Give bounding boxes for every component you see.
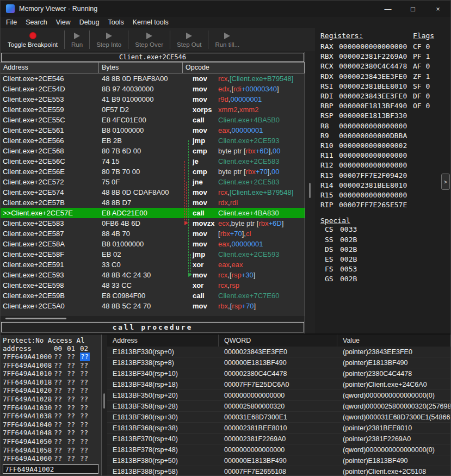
segment-register-row[interactable]: FS0053	[320, 264, 448, 274]
memory-byte[interactable]: ??	[80, 386, 93, 395]
memory-byte-selected[interactable]: ??	[80, 353, 90, 361]
toolbar-button-run-till[interactable]: Run till...	[210, 28, 244, 52]
register-row[interactable]: RCX000002380C4C4478AF 0	[320, 61, 448, 71]
stack-row[interactable]: E1813BF370(rsp+40)000002381F2269A0(point…	[107, 434, 450, 444]
memory-byte[interactable]: ??	[80, 369, 93, 378]
memory-row[interactable]: 7FF649A41028??????	[3, 395, 101, 404]
memory-byte[interactable]: ??	[67, 454, 80, 463]
column-header-bytes[interactable]: Bytes	[99, 63, 183, 73]
toolbar-button-step-into[interactable]: Step Into	[91, 28, 126, 52]
stack-row[interactable]: E1813BF368(rsp+38)000002381BEE8010(point…	[107, 423, 450, 434]
register-row[interactable]: R14000002381BEE8010	[320, 181, 448, 190]
memory-byte[interactable]: ??	[54, 353, 67, 361]
disasm-row[interactable]: Client.exe+2CE54648 8B 0D FBAF8A00movrcx…	[1, 73, 305, 84]
disasm-row[interactable]: Client.exe+2CE57B48 8B D7movrdx,rdi	[1, 197, 305, 208]
stack-row[interactable]: E1813BF330(rsp+0)0000023843EE3FE0(pointe…	[107, 347, 450, 357]
disasm-row[interactable]: Client.exe+2CE5830FB6 4B 6Dmovzxecx,byte…	[1, 218, 305, 228]
disasm-row[interactable]: >>Client.exe+2CE57EE8 ADC21E00callClient…	[1, 208, 305, 218]
memory-byte[interactable]: ??	[80, 421, 93, 429]
memory-byte[interactable]: ??	[67, 369, 80, 378]
menu-tools[interactable]: Tools	[103, 18, 128, 27]
memory-row[interactable]: 7FF649A41010??????	[3, 369, 101, 378]
memory-byte[interactable]: ??	[80, 429, 93, 437]
memory-byte[interactable]: ??	[80, 412, 93, 421]
segment-register-row[interactable]: CS0033	[320, 225, 448, 234]
register-row[interactable]: RBX000002381F2269A0PF 1	[320, 52, 448, 61]
stack-header-value[interactable]: Value	[337, 335, 450, 347]
memory-byte[interactable]: ??	[54, 404, 67, 412]
memory-byte[interactable]: ??	[80, 361, 93, 370]
memory-byte[interactable]: ??	[67, 361, 80, 370]
register-row[interactable]: R100000000000000002	[320, 141, 448, 151]
menu-debug[interactable]: Debug	[75, 18, 104, 27]
toolbar-button-step-out[interactable]: Step Out	[172, 28, 206, 52]
memory-byte[interactable]: ??	[67, 412, 80, 421]
scrollbar-thumb[interactable]	[5, 318, 66, 319]
disasm-row[interactable]: Client.exe+2CE561B8 01000000moveax,00000…	[1, 125, 305, 135]
minimize-button[interactable]: —	[375, 1, 400, 17]
memory-row[interactable]: 7FF649A41040??????	[3, 421, 101, 429]
stack-row[interactable]: E1813BF338(rsp+8)000000E1813BF490(pointe…	[107, 357, 450, 368]
toolbar-button-toggle-breakpoint[interactable]: Toggle Breakpoint	[3, 28, 63, 52]
disasm-row[interactable]: Client.exe+2CE5590F57 D2xorpsxmm2,xmm2	[1, 104, 305, 115]
menu-kernel-tools[interactable]: Kernel tools	[128, 18, 173, 27]
horizontal-scrollbar[interactable]	[1, 316, 305, 321]
panel-expander-button[interactable]: >	[441, 174, 450, 190]
disasm-row[interactable]: Client.exe+2CE58FEB 02jmpClient.exe+2CE5…	[1, 249, 305, 259]
memory-row[interactable]: 7FF649A41050??????	[3, 437, 101, 446]
disasm-row[interactable]: Client.exe+2CE57275 0FjneClient.exe+2CE5…	[1, 177, 305, 187]
memory-byte[interactable]: ??	[67, 446, 80, 455]
memory-row[interactable]: 7FF649A41000??????	[3, 353, 101, 361]
stack-row[interactable]: E1813BF340(rsp+10)000002380C4C4478(point…	[107, 368, 450, 379]
toolbar-button-step-over[interactable]: Step Over	[130, 28, 168, 52]
column-header-opcode[interactable]: Opcode	[183, 63, 305, 73]
memory-byte[interactable]: ??	[54, 446, 67, 455]
disasm-row[interactable]: Client.exe+2CE58788 4B 70mov[rbx+70],cl	[1, 228, 305, 239]
register-row[interactable]: RDX0000023843EE3FE0ZF 1	[320, 72, 448, 82]
register-row[interactable]: R120000000000000000	[320, 160, 448, 170]
segment-register-row[interactable]: SS002B	[320, 235, 448, 245]
stack-row[interactable]: E1813BF378(rsp+48)0000000000000000(qword…	[107, 444, 450, 455]
memory-byte[interactable]: ??	[67, 437, 80, 446]
memory-byte[interactable]: ??	[67, 386, 80, 395]
memory-byte[interactable]: ??	[54, 386, 67, 395]
segment-register-row[interactable]: GS002B	[320, 274, 448, 284]
memory-byte[interactable]: ??	[80, 437, 93, 446]
stack-row[interactable]: E1813BF388(rsp+58)00007FF7E2655108(point…	[107, 466, 450, 475]
disasm-row[interactable]: Client.exe+2CE56E80 7B 70 00cmpbyte ptr …	[1, 166, 305, 177]
memory-byte[interactable]: ??	[67, 421, 80, 429]
memory-byte[interactable]: ??	[54, 378, 67, 387]
memory-byte[interactable]: ??	[54, 454, 67, 463]
disasm-row[interactable]: Client.exe+2CE59133 C0xoreax,eax	[1, 259, 305, 270]
memory-row[interactable]: 7FF649A41020??????	[3, 386, 101, 395]
stack-row[interactable]: E1813BF380(rsp+50)000000E1813BF490(point…	[107, 455, 450, 466]
memory-byte[interactable]: ??	[67, 429, 80, 437]
stack-header-qword[interactable]: QWORD	[219, 335, 337, 347]
memory-row[interactable]: 7FF649A41058??????	[3, 446, 101, 455]
memory-row[interactable]: 7FF649A41018??????	[3, 378, 101, 387]
register-row[interactable]: R150000000000000000	[320, 190, 448, 200]
segment-register-row[interactable]: DS002B	[320, 245, 448, 255]
register-row[interactable]: R1300007FF7E2F09420	[320, 171, 448, 181]
register-row[interactable]: RBP000000E1813BF490OF 0	[320, 101, 448, 111]
close-button[interactable]: ×	[425, 1, 450, 17]
maximize-button[interactable]: □	[400, 1, 425, 17]
register-row[interactable]: RSP000000E1813BF330	[320, 111, 448, 121]
memory-byte[interactable]: ??	[80, 404, 93, 412]
memory-row[interactable]: 7FF649A41048??????	[3, 429, 101, 437]
memory-byte[interactable]: ??	[67, 378, 80, 387]
disasm-row[interactable]: Client.exe+2CE56880 7B 6D 00cmpbyte ptr …	[1, 146, 305, 156]
disasm-row[interactable]: Client.exe+2CE59BE8 C0984F00callClient.e…	[1, 290, 305, 301]
splitter-handle[interactable]	[309, 183, 311, 198]
register-row[interactable]: RDI0000023843EE3FE0DF 0	[320, 91, 448, 101]
disasm-row[interactable]: Client.exe+2CE59848 33 CCxorrcx,rsp	[1, 280, 305, 290]
register-row[interactable]: RIP00007FF7E265E57E	[320, 200, 448, 210]
disasm-row[interactable]: Client.exe+2CE56C74 15jeClient.exe+2CE58…	[1, 156, 305, 166]
stack-row[interactable]: E1813BF348(rsp+18)00007FF7E25DC6A0(point…	[107, 379, 450, 390]
menu-file[interactable]: File	[2, 18, 21, 27]
disasm-row[interactable]: Client.exe+2CE58AB8 01000000moveax,00000…	[1, 239, 305, 249]
title-bar[interactable]: Memory Viewer - Running — □ ×	[1, 1, 450, 17]
column-header-address[interactable]: Address	[1, 63, 99, 73]
memory-byte[interactable]: ??	[54, 369, 67, 378]
memory-byte[interactable]: ??	[54, 361, 67, 370]
